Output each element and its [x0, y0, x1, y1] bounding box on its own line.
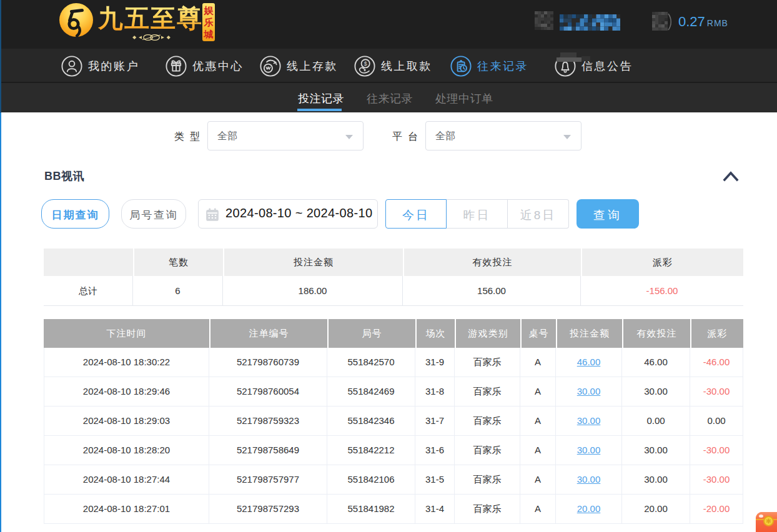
svg-text:$: $ — [364, 60, 368, 67]
